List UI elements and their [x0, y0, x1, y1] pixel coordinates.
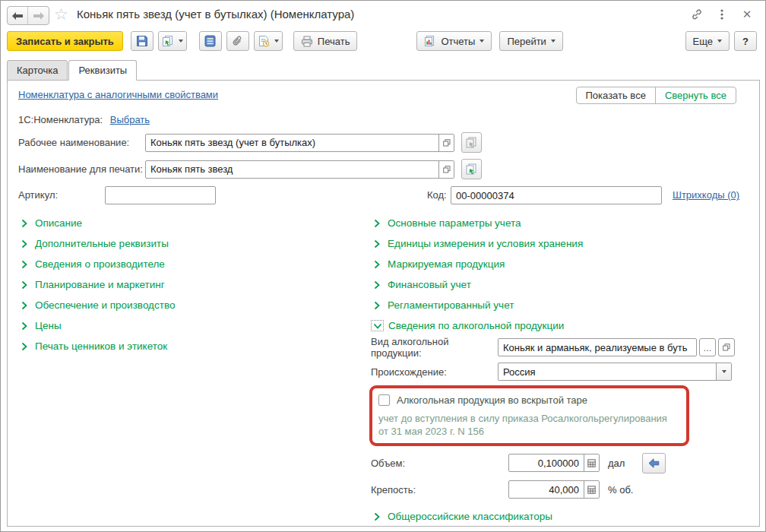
chevron-right-icon: [371, 511, 382, 522]
alcohol-section-title: Сведения по алкогольной продукции: [388, 320, 564, 331]
regulation-note: учет до вступления в силу приказа Росалк…: [378, 412, 679, 438]
tab-bar: Карточка Реквизиты: [7, 60, 138, 81]
list-icon: [204, 35, 216, 47]
barcodes-link[interactable]: Штрихкоды (0): [673, 189, 739, 201]
close-icon[interactable]: ✕: [741, 8, 753, 21]
origin-select[interactable]: Россия: [498, 363, 732, 381]
chevron-right-icon: [371, 279, 382, 290]
alcohol-kind-input[interactable]: Коньяк и арманьяк, реализуемые в буть: [498, 338, 697, 356]
print-name-label: Наименование для печати:: [18, 163, 145, 175]
reports-button[interactable]: Отчеты: [416, 31, 492, 51]
save-button[interactable]: [131, 31, 154, 51]
section-toggle[interactable]: Регламентированный учет: [371, 295, 748, 315]
favorite-star-icon[interactable]: ☆: [54, 6, 68, 23]
caret-icon: [717, 40, 722, 43]
more-button[interactable]: Еще: [685, 31, 730, 51]
working-name-input[interactable]: Коньяк пять звезд (учет в бутылках): [145, 134, 454, 152]
print-label: Печать: [318, 36, 350, 47]
chevron-right-icon: [18, 299, 30, 311]
open-icon[interactable]: [438, 161, 454, 178]
reports-label: Отчеты: [441, 36, 475, 47]
chevron-right-icon: [18, 217, 30, 229]
code-label: Код:: [427, 189, 447, 201]
strength-input[interactable]: 40,000: [508, 480, 600, 499]
window-title: Коньяк пять звезд (учет в бутылках) (Ном…: [77, 8, 354, 21]
chevron-right-icon: [18, 258, 30, 270]
fill-volume-button[interactable]: [642, 453, 666, 473]
copy-gray-icon: [465, 136, 478, 149]
caret-icon: [274, 40, 279, 43]
copy-link-icon[interactable]: [691, 8, 703, 21]
choose-link[interactable]: Выбрать: [110, 114, 150, 125]
print-button[interactable]: Печать: [293, 31, 358, 51]
app-window: ☆ Коньяк пять звезд (учет в бутылках) (Н…: [0, 0, 766, 532]
volume-input[interactable]: 0,100000: [508, 454, 600, 472]
article-input[interactable]: [105, 186, 216, 204]
collapse-all-button[interactable]: Свернуть все: [655, 87, 736, 104]
section-alcohol-expanded[interactable]: Сведения по алкогольной продукции: [371, 315, 748, 336]
section-toggle[interactable]: Обеспечение и производство: [18, 295, 353, 315]
blue-left-arrow-icon: [648, 458, 660, 468]
tab-card[interactable]: Карточка: [7, 60, 68, 81]
calculator-icon[interactable]: [584, 454, 599, 471]
print-name-input[interactable]: Коньяк пять звезд: [145, 160, 454, 179]
goto-button[interactable]: Перейти: [499, 31, 563, 51]
section-toggle[interactable]: Основные параметры учета: [371, 213, 748, 233]
section-toggle[interactable]: Дополнительные реквизиты: [18, 233, 353, 254]
structure-button[interactable]: [199, 31, 222, 51]
chevron-right-icon: [18, 238, 30, 249]
similar-nomenclature-link[interactable]: Номенклатура с аналогичными свойствами: [18, 89, 218, 100]
history-button[interactable]: [254, 31, 283, 51]
alcohol-kind-open-button[interactable]: [718, 338, 735, 356]
section-toggle[interactable]: Сведения о производителе: [18, 254, 353, 274]
copy-name-button-disabled[interactable]: [461, 132, 482, 153]
section-toggle[interactable]: Планирование и маркетинг: [18, 274, 353, 295]
section-toggle[interactable]: Финансовый учет: [371, 274, 748, 295]
printer-icon: [301, 36, 313, 47]
toolbar: Записать и закрыть: [7, 31, 757, 52]
opened-container-label: Алкогольная продукция во вскрытой таре: [397, 394, 587, 406]
code-input[interactable]: 00-00000374: [451, 186, 662, 204]
copy-name-button[interactable]: [461, 159, 482, 179]
section-toggle[interactable]: Маркируемая продукция: [371, 254, 748, 274]
help-button[interactable]: ?: [734, 31, 757, 51]
chevron-right-icon: [371, 299, 382, 311]
right-sections: Основные параметры учета Единицы измерен…: [371, 213, 748, 315]
show-all-button[interactable]: Показать все: [576, 87, 656, 104]
classifiers-label: Общероссийские классификаторы: [388, 511, 552, 522]
caret-icon: [179, 40, 183, 43]
alcohol-kind-choose-button[interactable]: ...: [699, 338, 716, 356]
paperclip-icon: [232, 35, 244, 47]
strength-label: Крепость:: [371, 484, 508, 496]
left-sections: Описание Дополнительные реквизиты Сведен…: [18, 213, 353, 356]
section-toggle[interactable]: Единицы измерения и условия хранения: [371, 233, 748, 254]
attachments-button[interactable]: [226, 31, 249, 51]
section-classifiers[interactable]: Общероссийские классификаторы: [371, 506, 748, 527]
origin-label: Происхождение:: [371, 366, 498, 378]
dropdown-arrow-icon[interactable]: [716, 363, 731, 380]
opened-container-checkbox[interactable]: [378, 394, 390, 406]
floppy-icon: [136, 35, 148, 47]
calculator-icon[interactable]: [584, 481, 599, 498]
copy-element-button[interactable]: [158, 31, 187, 51]
chevron-right-icon: [371, 217, 382, 229]
forward-button[interactable]: [28, 7, 49, 24]
back-button[interactable]: [8, 7, 28, 24]
tab-details[interactable]: Реквизиты: [68, 60, 137, 81]
chevron-right-icon: [371, 238, 382, 249]
chevron-down-icon: [371, 320, 384, 331]
more-label: Еще: [693, 36, 713, 47]
section-toggle[interactable]: Печать ценников и этикеток: [18, 336, 353, 356]
highlight-red-box: Алкогольная продукция во вскрытой таре у…: [369, 385, 689, 446]
more-menu-icon[interactable]: [716, 8, 728, 21]
section-toggle[interactable]: Описание: [18, 213, 353, 233]
goto-label: Перейти: [507, 36, 546, 47]
save-and-close-button[interactable]: Записать и закрыть: [7, 31, 123, 51]
chevron-right-icon: [18, 279, 30, 290]
volume-label: Объем:: [371, 458, 508, 469]
open-icon: [723, 344, 730, 351]
chevron-right-icon: [18, 340, 30, 352]
section-toggle[interactable]: Цены: [18, 315, 353, 336]
caret-icon: [551, 40, 556, 43]
open-icon[interactable]: [438, 135, 454, 151]
